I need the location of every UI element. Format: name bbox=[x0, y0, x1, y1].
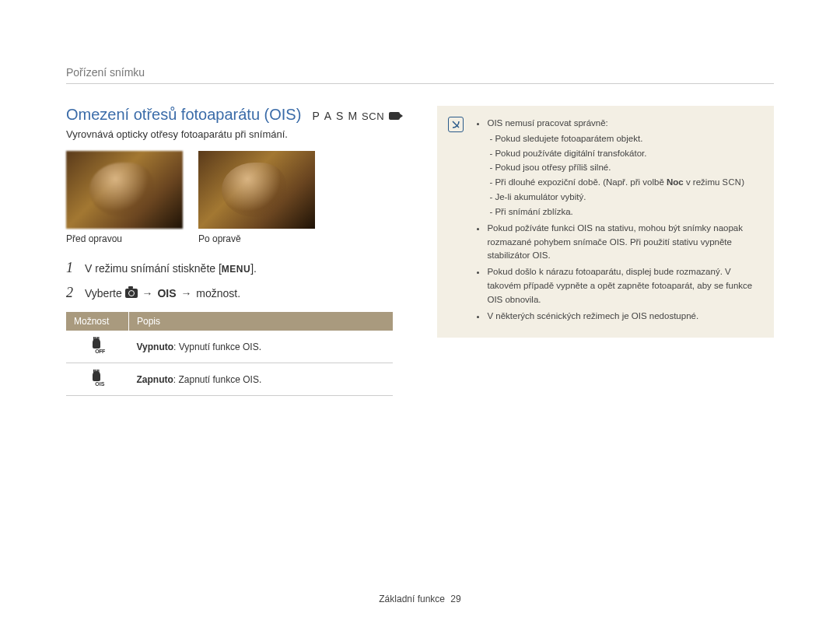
steps-list: 1 V režimu snímání stiskněte [MENU]. 2 V… bbox=[66, 260, 406, 301]
step-number: 2 bbox=[66, 285, 75, 301]
step-text-prefix: Vyberte bbox=[85, 287, 125, 299]
step-text-rest: možnost. bbox=[196, 287, 240, 299]
ois-label: OIS bbox=[157, 287, 176, 299]
mode-m: M bbox=[348, 110, 357, 122]
manual-page: Pořízení snímku Omezení otřesů fotoapará… bbox=[0, 0, 840, 634]
footer-page-number: 29 bbox=[450, 594, 460, 604]
sample-images-row: Před opravou Po opravě bbox=[66, 151, 406, 244]
title-row: Omezení otřesů fotoaparátu (OIS) P A S M… bbox=[66, 106, 406, 124]
scn-inline-label: SCN bbox=[723, 177, 742, 187]
before-caption: Před opravou bbox=[66, 233, 183, 244]
arrow-icon: → bbox=[180, 286, 191, 302]
left-column: Omezení otřesů fotoaparátu (OIS) P A S M… bbox=[66, 106, 406, 396]
step-2: 2 Vyberte → OIS → možnost. bbox=[66, 285, 406, 302]
option-desc: : Vypnutí funkce OIS. bbox=[173, 342, 261, 352]
ois-on-icon: OIS bbox=[89, 370, 106, 387]
ois-icon-sublabel: OFF bbox=[95, 349, 105, 354]
option-icon-cell: OFF bbox=[66, 331, 129, 363]
note-sub-pre: Při dlouhé expoziční době. (Např. při vo… bbox=[495, 177, 667, 187]
content-area: Pořízení snímku Omezení otřesů fotoapará… bbox=[66, 66, 774, 396]
note-box: OIS nemusí pracovat správně: Pokud sledu… bbox=[437, 106, 774, 338]
note-subitem: Při snímání zblízka. bbox=[495, 205, 760, 219]
breadcrumb: Pořízení snímku bbox=[66, 66, 774, 84]
mode-a: A bbox=[324, 110, 331, 122]
note-subitem: Pokud jsou otřesy příliš silné. bbox=[495, 161, 760, 175]
mode-s: S bbox=[336, 110, 343, 122]
option-name: Vypnuto bbox=[137, 342, 174, 352]
note-bullet: V některých scénických režimech je OIS n… bbox=[487, 310, 760, 324]
note-subitem: Je-li akumulátor vybitý. bbox=[495, 191, 760, 205]
menu-button-label: MENU bbox=[222, 263, 250, 276]
after-caption: Po opravě bbox=[198, 233, 315, 244]
step-text: Vyberte → OIS → možnost. bbox=[85, 286, 406, 302]
note-bullet: Pokud požíváte funkci OIS na stativu, mo… bbox=[487, 222, 760, 263]
note-subitem: Při dlouhé expoziční době. (Např. při vo… bbox=[495, 176, 760, 190]
note-icon bbox=[448, 117, 464, 132]
right-column: OIS nemusí pracovat správně: Pokud sledu… bbox=[437, 106, 774, 396]
table-header-option: Možnost bbox=[66, 312, 129, 331]
arrow-icon: → bbox=[142, 286, 153, 302]
note-bullet: Pokud došlo k nárazu fotoaparátu, disple… bbox=[487, 265, 760, 306]
before-image-block: Před opravou bbox=[66, 151, 183, 244]
page-title: Omezení otřesů fotoaparátu (OIS) bbox=[66, 106, 301, 124]
movie-icon bbox=[389, 112, 400, 120]
option-icon-cell: OIS bbox=[66, 363, 129, 396]
options-table: Možnost Popis OFF bbox=[66, 312, 393, 396]
step-text-suffix: ]. bbox=[250, 262, 257, 275]
option-desc-cell: Zapnuto: Zapnutí funkce OIS. bbox=[129, 363, 394, 396]
note-sublist: Pokud sledujete fotoaparátem objekt. Pok… bbox=[487, 132, 760, 219]
two-column-layout: Omezení otřesů fotoaparátu (OIS) P A S M… bbox=[66, 106, 774, 396]
option-desc-cell: Vypnuto: Vypnutí funkce OIS. bbox=[129, 331, 394, 363]
mode-scn: SCN bbox=[362, 110, 384, 122]
mode-p: P bbox=[312, 110, 319, 122]
page-footer: Základní funkce 29 bbox=[0, 594, 840, 604]
after-image-block: Po opravě bbox=[198, 151, 315, 244]
step-number: 1 bbox=[66, 260, 75, 276]
step-1: 1 V režimu snímání stiskněte [MENU]. bbox=[66, 260, 406, 277]
note-subitem: Pokud sledujete fotoaparátem objekt. bbox=[495, 132, 760, 146]
footer-section: Základní funkce bbox=[379, 594, 445, 604]
camera-icon bbox=[125, 289, 138, 298]
after-image bbox=[198, 151, 315, 229]
note-intro: OIS nemusí pracovat správně: Pokud sledu… bbox=[487, 117, 760, 219]
note-sub-mid: v režimu bbox=[684, 177, 723, 187]
option-desc: : Zapnutí funkce OIS. bbox=[173, 374, 261, 385]
before-image bbox=[66, 151, 183, 229]
ois-icon-sublabel: OIS bbox=[95, 381, 104, 387]
table-header-desc: Popis bbox=[129, 312, 394, 331]
note-sub-bold: Noc bbox=[667, 177, 684, 187]
note-sub-post: ) bbox=[741, 177, 744, 187]
step-text: V režimu snímání stiskněte [MENU]. bbox=[85, 261, 406, 277]
ois-off-icon: OFF bbox=[89, 337, 106, 354]
step-text-prefix: V režimu snímání stiskněte [ bbox=[85, 262, 222, 275]
note-intro-text: OIS nemusí pracovat správně: bbox=[487, 118, 607, 128]
shooting-modes: P A S M SCN bbox=[312, 110, 400, 122]
option-name: Zapnuto bbox=[137, 374, 173, 385]
note-subitem: Pokud používáte digitální transfokátor. bbox=[495, 147, 760, 161]
subtitle: Vyrovnává opticky otřesy fotoaparátu při… bbox=[66, 128, 406, 140]
table-row: OIS Zapnuto: Zapnutí funkce OIS. bbox=[66, 363, 393, 396]
note-list: OIS nemusí pracovat správně: Pokud sledu… bbox=[476, 117, 760, 323]
table-row: OFF Vypnuto: Vypnutí funkce OIS. bbox=[66, 331, 393, 363]
